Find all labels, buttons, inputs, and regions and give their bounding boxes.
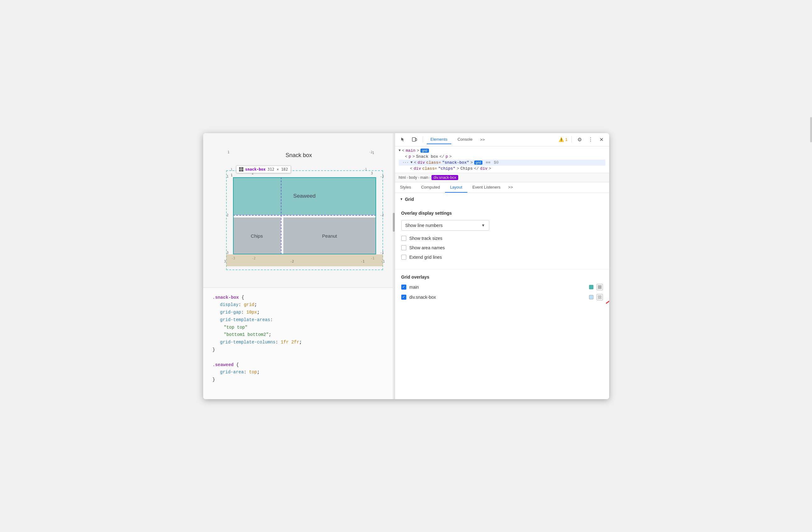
layout-content[interactable]: ▼ Grid Overlay display settings Show lin… — [395, 193, 609, 399]
row-num-1: 1 — [227, 175, 229, 178]
code-line-10: grid-area: top; — [213, 369, 385, 376]
left-panel: Snack box snack-box 312 × 182 1 1 -1 — [203, 133, 395, 399]
breadcrumb-main[interactable]: main — [420, 175, 428, 180]
tab-layout[interactable]: Layout — [445, 182, 467, 193]
code-line-6: "bottom1 bottom2"; — [213, 331, 385, 339]
grid-icon-snack-box — [598, 295, 601, 299]
code-selector-2: .seaweed — [213, 362, 234, 367]
main-overlay-icon-btn[interactable] — [597, 284, 603, 290]
snack-box-overlay-checkbox[interactable] — [401, 295, 406, 300]
tree-toggle-main[interactable]: ▼ — [399, 149, 401, 152]
red-arrow-icon — [603, 292, 609, 305]
show-line-numbers-dropdown[interactable]: Show line numbers ▼ — [401, 220, 489, 231]
extend-grid-lines-label: Extend grid lines — [409, 255, 442, 260]
code-val-area: top — [249, 369, 257, 375]
extend-grid-lines-row[interactable]: Extend grid lines — [401, 255, 603, 260]
warning-badge: ⚠️ 1 — [559, 137, 567, 142]
breadcrumb-snack-box[interactable]: div.snack-box — [432, 175, 458, 180]
chips-cell: Chips — [233, 218, 281, 254]
tooltip-element: snack-box — [245, 167, 266, 171]
grid-section-header[interactable]: ▼ Grid — [395, 193, 609, 206]
tab-console[interactable]: Console — [454, 135, 476, 144]
snack-box-grid-badge[interactable]: grid — [474, 160, 483, 165]
extend-grid-lines-checkbox[interactable] — [401, 255, 406, 260]
device-icon — [412, 137, 417, 142]
code-panel: .snack-box { display: grid; grid-gap: 10… — [203, 288, 395, 399]
outer-row-3: 3 — [224, 260, 226, 263]
equals-sign: == — [485, 160, 491, 165]
code-line-5: "top top" — [213, 324, 385, 332]
inspect-icon — [401, 137, 406, 142]
code-line-blank — [213, 354, 385, 361]
code-val-gap: 10px — [247, 310, 257, 315]
code-line-11: } — [213, 376, 385, 384]
right-panel: Elements Console >> ⚠️ 1 ⚙ ⋮ ✕ ▼ <main> … — [395, 133, 609, 399]
extra-bottom-row — [226, 254, 383, 266]
p-content: Snack box — [416, 154, 438, 159]
grid-icon — [239, 167, 243, 171]
tree-toggle-div[interactable]: ▼ — [410, 160, 412, 164]
svg-rect-5 — [600, 288, 601, 289]
scroll-thumb[interactable] — [393, 213, 395, 232]
svg-rect-0 — [412, 138, 416, 141]
code-val-grid: grid — [244, 302, 255, 307]
close-btn[interactable]: ✕ — [597, 135, 605, 144]
show-area-names-row[interactable]: Show area names — [401, 245, 603, 250]
snack-box-color-swatch[interactable] — [589, 295, 593, 299]
code-prop-display: display — [220, 302, 239, 307]
section-toggle: ▼ — [400, 197, 403, 201]
tab-styles[interactable]: Styles — [395, 182, 416, 193]
inspect-icon-btn[interactable] — [399, 135, 408, 144]
gear-icon-btn[interactable]: ⚙ — [576, 135, 584, 144]
more-tabs[interactable]: >> — [479, 136, 486, 143]
seaweed-cell: Seaweed — [233, 177, 376, 215]
tab-computed[interactable]: Computed — [416, 182, 445, 193]
chips-label: Chips — [251, 233, 263, 239]
dropdown-row: Show line numbers ▼ — [401, 220, 603, 231]
svg-rect-2 — [598, 285, 599, 287]
scrollbar[interactable] — [393, 133, 395, 399]
main-overlay-name: main — [409, 284, 586, 290]
row-num-neg3: -3 — [380, 175, 384, 178]
main-grid-badge[interactable]: grid — [420, 149, 429, 153]
snack-box-overlay-icon-btn[interactable] — [597, 294, 603, 300]
code-prop-cols: grid-template-columns — [220, 340, 275, 345]
breadcrumb: html › body › main › div.snack-box — [395, 173, 609, 182]
svg-rect-6 — [598, 296, 599, 297]
tree-line-div[interactable]: ··· ▼ <div class="snack-box" > grid == $… — [399, 159, 605, 166]
main-overlay-checkbox[interactable] — [401, 284, 406, 290]
code-val-areas1: "top top" — [224, 325, 248, 330]
device-icon-btn[interactable] — [410, 135, 419, 144]
panel-more[interactable]: >> — [506, 182, 516, 193]
chips-content: Chips — [460, 166, 473, 171]
panel-tabs: Styles Computed Layout Event Listeners >… — [395, 182, 609, 193]
tree-line-chips: <div class="chips" > Chips </div> — [399, 166, 605, 171]
breadcrumb-body[interactable]: body — [409, 175, 417, 180]
overlay-item-main: main — [401, 284, 603, 290]
show-track-sizes-row[interactable]: Show track sizes — [401, 236, 603, 241]
row-num-3: 3 — [227, 251, 229, 254]
grid-section-title: Grid — [405, 197, 414, 202]
code-prop-areas: grid-template-areas — [220, 317, 271, 322]
show-track-sizes-checkbox[interactable] — [401, 236, 406, 241]
code-line-3: grid-gap: 10px; — [213, 309, 385, 317]
code-prop-area: grid-area — [220, 369, 244, 375]
divider-2 — [571, 136, 572, 143]
code-line-2: display: grid; — [213, 301, 385, 309]
grid-num-outer-1: 1 — [231, 168, 232, 171]
overlay-settings-title: Overlay display settings — [401, 211, 603, 215]
show-area-names-checkbox[interactable] — [401, 245, 406, 250]
outer-neg1: -1 — [370, 151, 374, 155]
grid-num-top-1: 1 — [231, 173, 233, 177]
more-options-btn[interactable]: ⋮ — [586, 135, 595, 144]
grid-overlays-section: Grid overlays main — [395, 269, 609, 309]
grid-icon-main — [598, 285, 601, 289]
snack-box-overlay-name: div.snack-box — [409, 295, 586, 300]
tab-elements[interactable]: Elements — [427, 135, 451, 144]
tab-event-listeners[interactable]: Event Listeners — [467, 182, 506, 193]
main-color-swatch[interactable] — [589, 285, 593, 289]
overlay-item-snack-box: div.snack-box — [401, 294, 603, 300]
breadcrumb-html[interactable]: html — [399, 175, 406, 180]
grid-container-viz: 1 2 3 -3 -2 -1 2 3 -2 -1 -3 S — [233, 177, 376, 254]
grid-overlays-title: Grid overlays — [401, 275, 603, 280]
